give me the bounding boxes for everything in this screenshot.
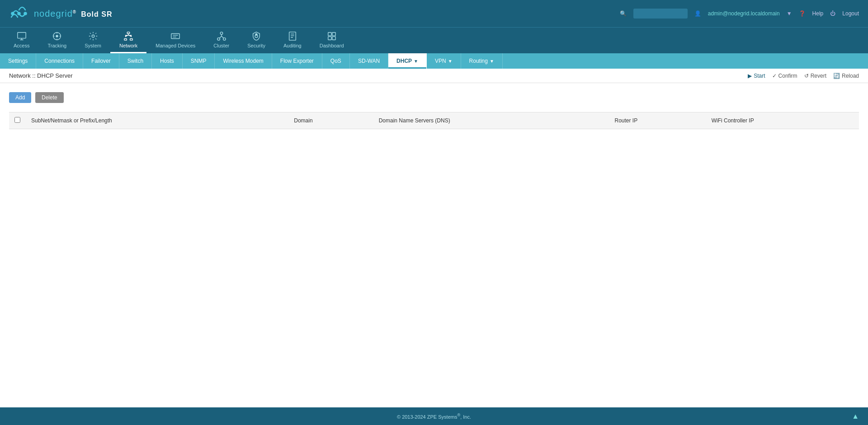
svg-rect-15 xyxy=(289,32,296,40)
svg-rect-3 xyxy=(18,33,26,38)
breadcrumb-bar: Network :: DHCP Server ▶ Start ✓ Confirm… xyxy=(0,69,868,83)
svg-point-2 xyxy=(24,13,27,15)
col-header-domain: Domain xyxy=(288,112,373,129)
sub-nav-hosts[interactable]: Hosts xyxy=(152,53,183,69)
nav-label-network: Network xyxy=(119,43,137,48)
sub-nav-failover[interactable]: Failover xyxy=(83,53,119,69)
nav-item-system[interactable]: System xyxy=(75,28,110,53)
svg-rect-17 xyxy=(332,33,335,36)
breadcrumb: Network :: DHCP Server xyxy=(9,72,73,79)
help-icon: ❓ xyxy=(799,10,806,17)
svg-point-0 xyxy=(12,13,14,15)
vpn-dropdown-arrow[interactable]: ▼ xyxy=(448,59,453,64)
col-header-subnet: SubNet/Netmask or Prefix/Length xyxy=(26,112,288,129)
auditing-icon xyxy=(288,31,297,41)
sub-nav-flow-exporter[interactable]: Flow Exporter xyxy=(272,53,322,69)
nav-item-network[interactable]: Network xyxy=(110,28,146,53)
svg-rect-14 xyxy=(255,35,258,37)
nav-label-system: System xyxy=(85,43,101,48)
svg-rect-19 xyxy=(332,37,335,40)
sub-nav-routing[interactable]: Routing ▼ xyxy=(461,53,503,69)
start-icon: ▶ xyxy=(748,73,752,79)
table-area: SubNet/Netmask or Prefix/Length Domain D… xyxy=(9,112,859,129)
screen-icon xyxy=(17,31,27,41)
search-input[interactable] xyxy=(633,9,688,19)
reload-icon: 🔄 xyxy=(833,73,840,79)
sub-nav-sd-wan[interactable]: SD-WAN xyxy=(350,53,388,69)
nav-label-dashboard: Dashboard xyxy=(320,43,344,48)
nav-item-access[interactable]: Access xyxy=(5,28,38,53)
nav-item-security[interactable]: Security xyxy=(238,28,274,53)
svg-rect-8 xyxy=(124,39,127,41)
sub-nav-switch[interactable]: Switch xyxy=(119,53,152,69)
sub-nav-wireless-modem[interactable]: Wireless Modem xyxy=(215,53,272,69)
header-right: 🔍 👤 admin@nodegrid.localdomain ▼ ❓ Help … xyxy=(620,9,859,19)
sub-nav-dhcp[interactable]: DHCP ▼ xyxy=(388,53,427,69)
header: nodegrid® Bold SR 🔍 👤 admin@nodegrid.loc… xyxy=(0,0,868,27)
confirm-icon: ✓ xyxy=(772,73,777,79)
svg-rect-18 xyxy=(328,37,331,40)
start-button[interactable]: ▶ Start xyxy=(748,73,765,79)
revert-button[interactable]: ↺ Revert xyxy=(804,73,826,79)
nav-label-tracking: Tracking xyxy=(47,43,66,48)
col-header-wifi-controller-ip: WiFi Controller IP xyxy=(706,112,859,129)
nav-item-tracking[interactable]: Tracking xyxy=(38,28,75,53)
sub-nav-vpn[interactable]: VPN ▼ xyxy=(427,53,461,69)
sub-nav-qos[interactable]: QoS xyxy=(322,53,350,69)
sub-nav-settings[interactable]: Settings xyxy=(0,53,36,69)
nav-label-access: Access xyxy=(14,43,29,48)
button-row: Add Delete xyxy=(9,92,859,103)
nav-item-dashboard[interactable]: Dashboard xyxy=(311,28,353,53)
sub-nav-snmp[interactable]: SNMP xyxy=(183,53,215,69)
logout-link[interactable]: Logout xyxy=(842,10,859,17)
svg-point-5 xyxy=(56,35,59,37)
sub-nav-connections[interactable]: Connections xyxy=(36,53,83,69)
logout-icon: ⏻ xyxy=(830,10,835,17)
dashboard-icon xyxy=(327,31,337,41)
svg-rect-16 xyxy=(328,33,331,36)
security-icon xyxy=(251,31,261,41)
svg-rect-10 xyxy=(171,34,179,39)
user-dropdown-icon[interactable]: ▼ xyxy=(787,10,792,17)
col-header-checkbox xyxy=(9,112,26,129)
svg-point-11 xyxy=(220,32,223,35)
nav-item-managed-devices[interactable]: Managed Devices xyxy=(146,28,204,53)
svg-rect-9 xyxy=(130,39,133,41)
nav-label-security: Security xyxy=(247,43,265,48)
nav-item-auditing[interactable]: Auditing xyxy=(274,28,311,53)
nav-label-auditing: Auditing xyxy=(283,43,302,48)
app-title: nodegrid® Bold SR xyxy=(34,9,112,19)
tracking-icon xyxy=(52,31,62,41)
search-icon[interactable]: 🔍 xyxy=(620,10,627,17)
action-buttons: ▶ Start ✓ Confirm ↺ Revert 🔄 Reload xyxy=(748,73,859,79)
managed-devices-icon xyxy=(170,31,180,41)
sub-nav: Settings Connections Failover Switch Hos… xyxy=(0,53,868,69)
select-all-checkbox[interactable] xyxy=(14,117,20,123)
help-link[interactable]: Help xyxy=(812,10,824,17)
dhcp-dropdown-arrow[interactable]: ▼ xyxy=(414,59,418,64)
user-icon: 👤 xyxy=(694,10,701,17)
col-header-dns: Domain Name Servers (DNS) xyxy=(373,112,609,129)
nav-item-cluster[interactable]: Cluster xyxy=(204,28,238,53)
user-menu[interactable]: admin@nodegrid.localdomain xyxy=(708,10,780,17)
nav-label-cluster: Cluster xyxy=(213,43,229,48)
revert-icon: ↺ xyxy=(804,73,809,79)
main-nav: Access Tracking System Network Managed D… xyxy=(0,27,868,53)
svg-rect-7 xyxy=(127,32,130,34)
cluster-icon xyxy=(217,31,226,41)
dhcp-table: SubNet/Netmask or Prefix/Length Domain D… xyxy=(9,112,859,129)
col-header-router-ip: Router IP xyxy=(609,112,706,129)
content-area: Add Delete SubNet/Netmask or Prefix/Leng… xyxy=(0,83,868,354)
svg-point-6 xyxy=(92,35,94,37)
svg-point-1 xyxy=(18,13,20,15)
add-button[interactable]: Add xyxy=(9,92,31,103)
routing-dropdown-arrow[interactable]: ▼ xyxy=(490,59,494,64)
system-icon xyxy=(88,31,98,41)
confirm-button[interactable]: ✓ Confirm xyxy=(772,73,797,79)
logo-icon xyxy=(9,5,29,23)
nav-label-managed-devices: Managed Devices xyxy=(156,43,195,48)
logo-area: nodegrid® Bold SR xyxy=(9,5,112,23)
delete-button[interactable]: Delete xyxy=(35,92,64,103)
reload-button[interactable]: 🔄 Reload xyxy=(833,73,859,79)
network-icon xyxy=(123,31,133,41)
